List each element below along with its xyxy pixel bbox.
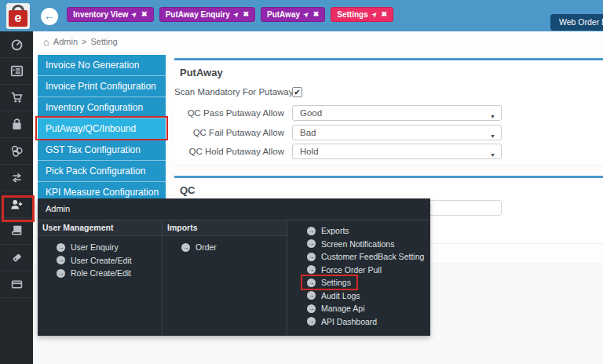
tab-label: Settings xyxy=(337,10,367,19)
menu-item-label: Order xyxy=(196,242,217,252)
menu-item-invoice-no-generation[interactable]: Invoice No Generation xyxy=(38,55,166,76)
arrow-circle-icon: → xyxy=(57,256,65,264)
back-button[interactable]: ← xyxy=(41,8,58,25)
dashboard-icon xyxy=(10,38,24,51)
admin-menu-title: Admin xyxy=(38,198,430,220)
menu-item-manage-api[interactable]: → Manage Api xyxy=(287,302,429,315)
menu-item-label: API Dashboard xyxy=(321,317,377,326)
qc-hold-row: QC Hold Putaway Allow Hold ▼ xyxy=(174,144,502,159)
qc-fail-label: QC Fail Putaway Allow xyxy=(174,128,292,137)
tab-label: PutAway Enquiry xyxy=(166,10,230,19)
arrow-circle-icon: → xyxy=(307,227,316,235)
menu-item-label: Settings xyxy=(321,278,351,287)
arrow-circle-icon: → xyxy=(307,278,316,287)
qc-hold-label: QC Hold Putaway Allow xyxy=(174,147,292,156)
close-icon[interactable]: ✖ xyxy=(243,11,249,18)
qc-hold-select[interactable]: Hold ▼ xyxy=(292,144,502,159)
scan-mandatory-checkbox[interactable]: ✔ xyxy=(292,87,302,97)
menu-item-label: User Enquiry xyxy=(71,242,119,252)
menu-item-label: Customer FeedBack Setting xyxy=(321,252,424,261)
open-tabs-bar: Inventory View ➤ ✖ PutAway Enquiry ➤ ✖ P… xyxy=(67,7,393,22)
breadcrumb-section[interactable]: Admin xyxy=(53,37,78,46)
menu-item-pick-pack-configuration[interactable]: Pick Pack Configuration xyxy=(38,161,166,182)
menu-item-label: User Create/Edit xyxy=(71,256,132,265)
menu-item-api-dashboard[interactable]: → API Dashboard xyxy=(287,315,429,329)
tab-putaway[interactable]: PutAway ➤ ✖ xyxy=(261,7,325,22)
app-logo[interactable]: e xyxy=(6,3,30,29)
menu-item-force-order-pull[interactable]: → Force Order Pull xyxy=(287,264,429,277)
sidebar-item-catalog[interactable] xyxy=(0,218,33,245)
sidebar-item-tags[interactable] xyxy=(0,245,33,271)
chevron-down-icon: ▼ xyxy=(490,129,495,144)
arrow-circle-icon: → xyxy=(57,269,65,278)
arrow-circle-icon: → xyxy=(181,243,190,252)
qc-fail-row: QC Fail Putaway Allow Bad ▼ xyxy=(174,125,502,140)
menu-item-user-enquiry[interactable]: → User Enquiry xyxy=(38,241,162,254)
menu-item-settings[interactable]: → Settings xyxy=(287,276,429,289)
bag-icon xyxy=(10,118,24,131)
chevron-down-icon: ▼ xyxy=(490,110,495,124)
sidebar-item-billing[interactable] xyxy=(0,271,33,298)
menu-item-role-create-edit[interactable]: → Role Create/Edit xyxy=(38,267,162,280)
catalog-icon xyxy=(10,224,24,238)
arrow-circle-icon: → xyxy=(307,317,316,326)
menu-item-putaway-qc-inbound[interactable]: PutAway/QC/Inbound xyxy=(38,118,166,140)
arrow-circle-icon: → xyxy=(307,253,316,261)
admin-menu-columns: User Management → User Enquiry → User Cr… xyxy=(38,220,430,335)
pin-icon[interactable]: ➤ xyxy=(232,10,240,18)
close-icon[interactable]: ✖ xyxy=(381,11,387,18)
menu-item-audit-logs[interactable]: → Audit Logs xyxy=(287,289,429,303)
putaway-section-title: PutAway xyxy=(174,60,603,78)
icon-sidebar xyxy=(0,31,33,364)
breadcrumb: ⌂ Admin > Setting xyxy=(43,37,118,46)
qc-fail-value: Bad xyxy=(300,128,316,137)
pin-icon[interactable]: ➤ xyxy=(371,10,378,18)
sidebar-item-bag[interactable] xyxy=(0,111,33,138)
tab-settings[interactable]: Settings ➤ ✖ xyxy=(331,7,393,22)
menu-item-label: Manage Api xyxy=(321,304,364,313)
pin-icon[interactable]: ➤ xyxy=(302,10,310,18)
qc-pass-select[interactable]: Good ▼ xyxy=(292,105,502,121)
qc-pass-label: QC Pass Putaway Allow xyxy=(174,108,292,118)
breadcrumb-separator: > xyxy=(82,37,86,46)
menu-item-gst-tax-configuration[interactable]: GST Tax Configuration xyxy=(38,140,166,161)
qc-pass-row: QC Pass Putaway Allow Good ▼ xyxy=(174,105,502,121)
menu-item-customer-feedback-setting[interactable]: → Customer FeedBack Setting xyxy=(287,250,429,264)
inventory-icon xyxy=(10,144,24,158)
close-icon[interactable]: ✖ xyxy=(141,11,148,18)
arrow-circle-icon: → xyxy=(307,239,316,248)
settings-menu: Invoice No Generation Invoice Print Conf… xyxy=(38,55,166,203)
menu-item-screen-notifications[interactable]: → Screen Notifications xyxy=(287,238,429,251)
pin-icon[interactable]: ➤ xyxy=(131,10,139,18)
check-icon: ✔ xyxy=(294,88,300,96)
sidebar-item-orders[interactable] xyxy=(0,58,33,85)
menu-item-order[interactable]: → Order xyxy=(163,241,287,254)
menu-item-invoice-print-configuration[interactable]: Invoice Print Configuration xyxy=(38,76,166,97)
cart-icon xyxy=(10,91,24,104)
menu-item-exports[interactable]: → Exports xyxy=(287,224,429,238)
sidebar-item-dashboard[interactable] xyxy=(0,31,33,58)
scan-mandatory-row: Scan Mandatory For Putaway ✔ xyxy=(174,84,302,100)
menu-item-user-create-edit[interactable]: → User Create/Edit xyxy=(38,254,162,268)
menu-item-label: Force Order Pull xyxy=(321,265,382,275)
sidebar-item-transfer[interactable] xyxy=(0,165,33,191)
web-order-no-button[interactable]: Web Order No xyxy=(550,14,603,31)
tab-putaway-enquiry[interactable]: PutAway Enquiry ➤ ✖ xyxy=(159,7,255,22)
tags-icon xyxy=(10,251,24,264)
sidebar-item-admin[interactable] xyxy=(0,191,33,218)
app-window: e ← Inventory View ➤ ✖ PutAway Enquiry ➤… xyxy=(0,0,603,364)
top-bar: e ← Inventory View ➤ ✖ PutAway Enquiry ➤… xyxy=(0,0,603,31)
logo-letter: e xyxy=(9,10,27,27)
sidebar-item-inventory[interactable] xyxy=(0,138,33,165)
arrow-circle-icon: → xyxy=(307,291,316,300)
close-icon[interactable]: ✖ xyxy=(313,11,320,18)
menu-item-inventory-configuration[interactable]: Inventory Configuration xyxy=(38,97,166,118)
tab-label: Inventory View xyxy=(73,10,128,19)
sidebar-item-cart[interactable] xyxy=(0,85,33,111)
billing-icon xyxy=(10,278,24,291)
transfer-icon xyxy=(10,171,24,184)
tab-inventory-view[interactable]: Inventory View ➤ ✖ xyxy=(67,7,154,22)
tab-label: PutAway xyxy=(267,10,300,19)
home-icon[interactable]: ⌂ xyxy=(43,38,49,46)
qc-fail-select[interactable]: Bad ▼ xyxy=(292,125,502,140)
